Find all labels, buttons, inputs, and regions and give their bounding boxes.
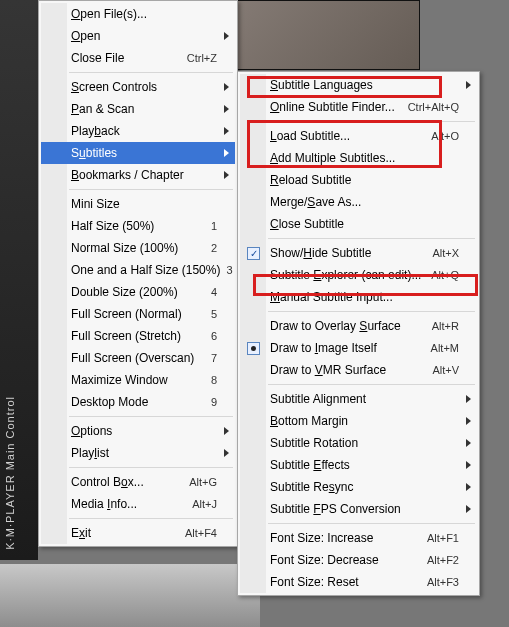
separator	[69, 518, 233, 519]
separator	[69, 72, 233, 73]
menu-maximize-window[interactable]: Maximize Window8	[41, 369, 235, 391]
menu-open[interactable]: Open	[41, 25, 235, 47]
menu-playback[interactable]: Playback	[41, 120, 235, 142]
menu-one-half-size[interactable]: One and a Half Size (150%)3	[41, 259, 235, 281]
arrow-icon	[466, 439, 471, 447]
menu-mini-size[interactable]: Mini Size	[41, 193, 235, 215]
submenu-font-increase[interactable]: Font Size: IncreaseAlt+F1	[240, 527, 477, 549]
submenu-add-multiple[interactable]: Add Multiple Subtitles...	[240, 147, 477, 169]
arrow-icon	[466, 505, 471, 513]
submenu-show-hide[interactable]: ✓Show/Hide SubtitleAlt+X	[240, 242, 477, 264]
menu-pan-scan[interactable]: Pan & Scan	[41, 98, 235, 120]
separator	[268, 384, 475, 385]
submenu-bottom-margin[interactable]: Bottom Margin	[240, 410, 477, 432]
app-sidebar: K·M·PLAYER Main Control	[0, 0, 38, 560]
arrow-icon	[466, 417, 471, 425]
arrow-icon	[224, 427, 229, 435]
menu-fullscreen-stretch[interactable]: Full Screen (Stretch)6	[41, 325, 235, 347]
separator	[69, 189, 233, 190]
submenu-manual-input[interactable]: Manual Subtitle Input...	[240, 286, 477, 308]
menu-control-box[interactable]: Control Box...Alt+G	[41, 471, 235, 493]
arrow-icon	[466, 81, 471, 89]
submenu-merge-save[interactable]: Merge/Save As...	[240, 191, 477, 213]
app-title: K·M·PLAYER Main Control	[4, 396, 16, 550]
menu-screen-controls[interactable]: Screen Controls	[41, 76, 235, 98]
submenu-font-reset[interactable]: Font Size: ResetAlt+F3	[240, 571, 477, 593]
submenu-draw-vmr[interactable]: Draw to VMR SurfaceAlt+V	[240, 359, 477, 381]
background-lower	[0, 564, 260, 627]
menu-open-files[interactable]: Open File(s)...	[41, 3, 235, 25]
menu-fullscreen-overscan[interactable]: Full Screen (Overscan)7	[41, 347, 235, 369]
separator	[69, 467, 233, 468]
submenu-draw-overlay[interactable]: Draw to Overlay SurfaceAlt+R	[240, 315, 477, 337]
separator	[69, 416, 233, 417]
arrow-icon	[466, 395, 471, 403]
submenu-draw-image[interactable]: Draw to Image ItselfAlt+M	[240, 337, 477, 359]
menu-options[interactable]: Options	[41, 420, 235, 442]
menu-desktop-mode[interactable]: Desktop Mode9	[41, 391, 235, 413]
arrow-icon	[224, 449, 229, 457]
separator	[268, 121, 475, 122]
arrow-icon	[224, 149, 229, 157]
submenu-effects[interactable]: Subtitle Effects	[240, 454, 477, 476]
menu-subtitles[interactable]: Subtitles	[41, 142, 235, 164]
submenu-subtitle-explorer[interactable]: Subtitle Explorer (can edit)...Alt+Q	[240, 264, 477, 286]
submenu-alignment[interactable]: Subtitle Alignment	[240, 388, 477, 410]
submenu-font-decrease[interactable]: Font Size: DecreaseAlt+F2	[240, 549, 477, 571]
separator	[268, 523, 475, 524]
menu-double-size[interactable]: Double Size (200%)4	[41, 281, 235, 303]
submenu-reload-subtitle[interactable]: Reload Subtitle	[240, 169, 477, 191]
submenu-fps-conversion[interactable]: Subtitle FPS Conversion	[240, 498, 477, 520]
radio-icon	[247, 342, 260, 355]
submenu-rotation[interactable]: Subtitle Rotation	[240, 432, 477, 454]
menu-close-file[interactable]: Close FileCtrl+Z	[41, 47, 235, 69]
menu-bookmarks[interactable]: Bookmarks / Chapter	[41, 164, 235, 186]
arrow-icon	[466, 483, 471, 491]
arrow-icon	[224, 83, 229, 91]
separator	[268, 238, 475, 239]
menu-exit[interactable]: ExitAlt+F4	[41, 522, 235, 544]
subtitles-submenu: Subtitle Languages Online Subtitle Finde…	[237, 71, 480, 596]
arrow-icon	[224, 127, 229, 135]
submenu-load-subtitle[interactable]: Load Subtitle...Alt+O	[240, 125, 477, 147]
submenu-close-subtitle[interactable]: Close Subtitle	[240, 213, 477, 235]
separator	[268, 311, 475, 312]
arrow-icon	[224, 171, 229, 179]
arrow-icon	[466, 461, 471, 469]
submenu-resync[interactable]: Subtitle Resync	[240, 476, 477, 498]
menu-half-size[interactable]: Half Size (50%)1	[41, 215, 235, 237]
main-context-menu: Open File(s)... Open Close FileCtrl+Z Sc…	[38, 0, 238, 547]
submenu-subtitle-languages[interactable]: Subtitle Languages	[240, 74, 477, 96]
submenu-online-finder[interactable]: Online Subtitle Finder...Ctrl+Alt+Q	[240, 96, 477, 118]
arrow-icon	[224, 32, 229, 40]
menu-media-info[interactable]: Media Info...Alt+J	[41, 493, 235, 515]
menu-fullscreen-normal[interactable]: Full Screen (Normal)5	[41, 303, 235, 325]
menu-playlist[interactable]: Playlist	[41, 442, 235, 464]
menu-normal-size[interactable]: Normal Size (100%)2	[41, 237, 235, 259]
arrow-icon	[224, 105, 229, 113]
check-icon: ✓	[247, 247, 260, 260]
